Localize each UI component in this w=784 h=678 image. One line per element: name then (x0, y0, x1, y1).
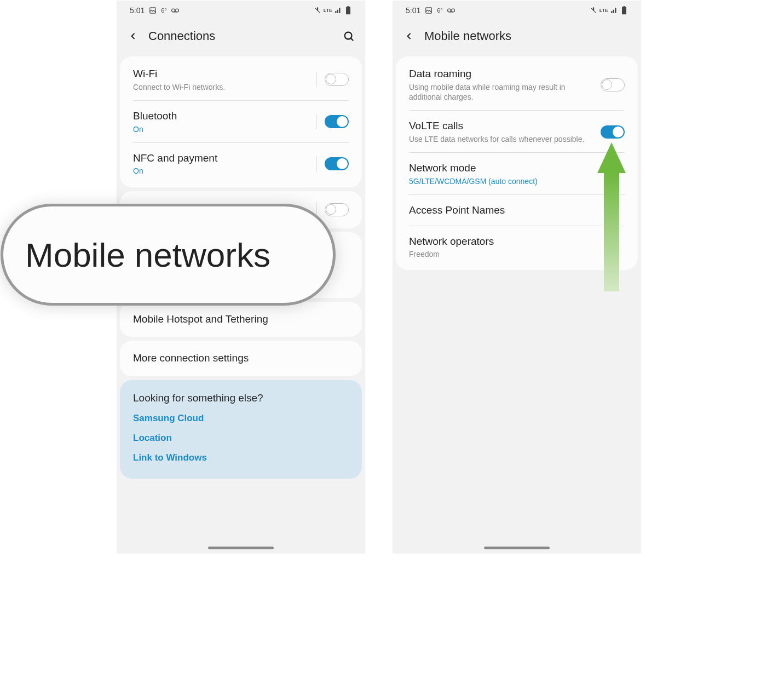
setting-wifi[interactable]: Wi-Fi Connect to Wi-Fi networks. (120, 59, 362, 101)
status-temp: 6° (437, 7, 443, 14)
nfc-toggle[interactable] (325, 157, 349, 170)
wifi-subtitle: Connect to Wi-Fi networks. (133, 82, 311, 92)
arrow-annotation (597, 142, 626, 291)
more-connection-title: More connection settings (133, 352, 343, 365)
wifi-title: Wi-Fi (133, 67, 311, 81)
roaming-subtitle: Using mobile data while roaming may resu… (409, 82, 595, 102)
roaming-toggle[interactable] (601, 78, 625, 91)
svg-line-8 (351, 38, 354, 41)
search-button[interactable] (342, 30, 355, 43)
link-location[interactable]: Location (120, 428, 362, 448)
volte-title: VoLTE calls (409, 119, 595, 133)
suggestions-title: Looking for something else? (120, 382, 362, 409)
callout-text: Mobile networks (25, 235, 270, 274)
header-title: Connections (148, 29, 333, 43)
svg-point-10 (447, 9, 451, 12)
lte-label: LTE (599, 8, 608, 13)
operators-subtitle: Freedom (409, 249, 619, 259)
status-bar: 5:01 6° LTE (393, 1, 641, 20)
volte-toggle[interactable] (601, 125, 625, 139)
header-connections: Connections (117, 20, 365, 53)
setting-more-connection[interactable]: More connection settings (120, 343, 362, 374)
operators-title: Network operators (409, 235, 619, 249)
network-mode-subtitle: 5G/LTE/WCDMA/GSM (auto connect) (409, 176, 619, 186)
status-bar: 5:01 6° LTE (117, 1, 365, 20)
nfc-title: NFC and payment (133, 152, 311, 165)
battery-icon (620, 7, 628, 14)
header-mobile-networks: Mobile networks (393, 20, 641, 53)
status-time: 5:01 (130, 6, 145, 15)
back-button[interactable] (402, 30, 416, 43)
svg-point-11 (451, 9, 454, 12)
network-mode-title: Network mode (409, 162, 619, 175)
card-more-settings: More connection settings (120, 341, 362, 376)
arrow-shaft (604, 173, 619, 291)
roaming-title: Data roaming (409, 67, 595, 81)
nav-bar[interactable] (484, 547, 550, 549)
toggle-divider (316, 72, 317, 87)
card-wireless: Wi-Fi Connect to Wi-Fi networks. Bluetoo… (120, 56, 362, 187)
back-button[interactable] (126, 30, 140, 43)
wifi-toggle[interactable] (325, 73, 349, 86)
toggle-divider (316, 114, 317, 129)
setting-hotspot[interactable]: Mobile Hotspot and Tethering (120, 304, 362, 335)
battery-icon (344, 7, 352, 14)
card-suggestions: Looking for something else? Samsung Clou… (120, 380, 362, 479)
link-to-windows[interactable]: Link to Windows (120, 448, 362, 468)
bluetooth-title: Bluetooth (133, 110, 311, 123)
setting-nfc[interactable]: NFC and payment On (120, 143, 362, 185)
volte-subtitle: Use LTE data networks for calls whenever… (409, 134, 595, 144)
svg-point-7 (345, 32, 352, 39)
mute-icon (590, 7, 597, 14)
mute-icon (314, 7, 321, 14)
nfc-subtitle: On (133, 166, 311, 176)
setting-data-roaming[interactable]: Data roaming Using mobile data while roa… (396, 59, 638, 111)
callout-mobile-networks: Mobile networks (1, 204, 336, 306)
card-hotspot: Mobile Hotspot and Tethering (120, 302, 362, 337)
flight-mode-toggle[interactable] (325, 203, 349, 216)
voicemail-icon (171, 7, 179, 14)
arrow-head-icon (597, 142, 626, 173)
setting-bluetooth[interactable]: Bluetooth On (120, 101, 362, 143)
bluetooth-subtitle: On (133, 124, 311, 134)
header-title: Mobile networks (424, 29, 631, 43)
signal-icon (335, 7, 342, 14)
voicemail-icon (447, 7, 455, 14)
svg-point-1 (171, 9, 175, 12)
svg-point-2 (175, 9, 178, 12)
lte-label: LTE (324, 8, 332, 13)
image-icon (149, 7, 157, 14)
status-time: 5:01 (406, 6, 420, 15)
status-temp: 6° (161, 7, 167, 14)
svg-rect-6 (347, 6, 349, 7)
svg-rect-14 (622, 7, 626, 14)
link-samsung-cloud[interactable]: Samsung Cloud (120, 409, 362, 428)
hotspot-title: Mobile Hotspot and Tethering (133, 313, 343, 326)
toggle-divider (316, 156, 317, 171)
svg-rect-5 (346, 7, 350, 14)
signal-icon (610, 7, 618, 14)
bluetooth-toggle[interactable] (325, 115, 349, 128)
nav-bar[interactable] (208, 547, 274, 549)
apn-title: Access Point Names (409, 204, 619, 217)
svg-rect-15 (623, 6, 625, 7)
image-icon (425, 7, 433, 14)
